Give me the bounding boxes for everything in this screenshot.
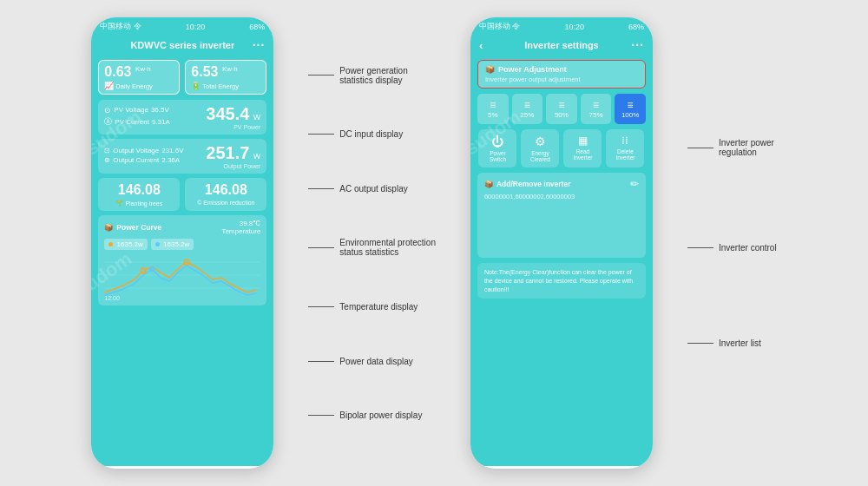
annotation-text-env: Environmental protectionstatus statistic… xyxy=(339,238,436,257)
annotation-line-power-data xyxy=(308,361,334,362)
curve-header: 📦 Power Curve 39.8℃ Temperature xyxy=(104,220,260,235)
inverter-list-card: 📦 Add/Remove inverter ✏ 60000001,6000000… xyxy=(477,173,646,258)
pv-current-row: Ⓐ PV Current 9.31A xyxy=(104,116,169,128)
power-adjustment-card: 📦 Power Adjustment Inverter power output… xyxy=(477,60,646,89)
annotation-bipolar: Bipolar power display xyxy=(308,410,436,420)
annotations-left: Power generationstatistics display DC in… xyxy=(308,35,436,451)
power-badge-1: 1635.2w xyxy=(104,239,147,250)
pct-btn-100[interactable]: ≡ 100% xyxy=(615,94,646,124)
annotation-line-inv-ctrl xyxy=(687,247,713,248)
daily-energy-value: 0.63 Kw·h xyxy=(104,64,174,80)
annotation-inv-ctrl: Inverter control xyxy=(687,243,777,253)
energy-cleared-btn[interactable]: ⚙ Energy Cleared xyxy=(521,129,559,167)
annotation-ac: AC output display xyxy=(308,184,436,194)
annotation-text-power-data: Power data display xyxy=(339,357,413,366)
total-energy-label: 🔋 Total Energy xyxy=(191,82,260,90)
annotation-env: Environmental protectionstatus statistic… xyxy=(308,238,436,257)
trees-value: 146.08 xyxy=(103,182,174,198)
settings-body: sudom 📦 Power Adjustment Inverter power … xyxy=(470,55,653,466)
inverter-ids: 60000001,60000002,60000003 xyxy=(484,193,639,200)
annotation-text-inv-ctrl: Inverter control xyxy=(719,243,777,253)
read-inverter-btn[interactable]: ▦ Read Inverter xyxy=(563,129,602,167)
power-switch-btn[interactable]: ⏻ Power Switch xyxy=(478,129,516,167)
delete-inverter-btn[interactable]: ⁞⁞ Delete Inverter xyxy=(606,129,644,167)
power-badges: 1635.2w 1635.2w xyxy=(104,239,260,250)
annotation-inv-power: Inverter powerregulation xyxy=(687,138,777,157)
annotation-temp: Temperature display xyxy=(308,302,436,312)
annotation-line-inv-list xyxy=(687,343,713,344)
carrier-left: 中国移动 令 xyxy=(100,21,141,32)
emission-card: 146.08 © Emission reduction xyxy=(185,178,266,211)
pct-btn-50[interactable]: ≡ 50% xyxy=(546,94,577,124)
battery-left: 68% xyxy=(249,23,265,31)
app-header-left: KDWVC series inverter ··· xyxy=(91,36,273,55)
chart-area: 12:00 xyxy=(104,253,260,301)
annotation-inv-list: Inverter list xyxy=(687,338,777,348)
more-menu-right[interactable]: ··· xyxy=(631,38,644,52)
daily-energy-card: 0.63 Kw·h 📈 Daily Energy xyxy=(98,60,180,95)
inverter-list-title: 📦 Add/Remove inverter xyxy=(484,180,571,188)
trees-label: 🌱 Planting trees xyxy=(103,200,174,207)
annotation-line-inv-power xyxy=(687,148,713,148)
pct-btn-5[interactable]: ≡ 5% xyxy=(477,94,509,124)
status-bar-left: 中国移动 令 10:20 68% xyxy=(91,17,273,36)
power-curve-card: 📦 Power Curve 39.8℃ Temperature 1635.2w … xyxy=(98,215,266,305)
annotation-power-gen: Power generationstatistics display xyxy=(308,66,436,85)
annotation-line-bipolar xyxy=(308,415,334,416)
temperature-display: 39.8℃ Temperature xyxy=(221,220,260,235)
output-power-label: Output Power xyxy=(206,163,260,169)
power-badge-2: 1635.2w xyxy=(151,239,194,250)
annotation-power-data: Power data display xyxy=(308,357,436,366)
output-voltage-row: ⊡ Output Voltage 231.6V xyxy=(104,147,183,154)
note-text: Note:The(Energy Clear)function can clear… xyxy=(484,268,639,293)
total-energy-value: 6.53 Kw·h xyxy=(191,64,260,80)
total-energy-card: 6.53 Kw·h 🔋 Total Energy xyxy=(185,60,266,95)
back-button[interactable]: ‹ xyxy=(479,39,483,52)
annotation-text-dc: DC input display xyxy=(339,129,403,139)
inverter-list-header: 📦 Add/Remove inverter ✏ xyxy=(484,178,639,190)
percent-buttons-row: ≡ 5% ≡ 25% ≡ 50% ≡ 75% ≡ 100% xyxy=(477,94,646,124)
pv-power-value: 345.4 W xyxy=(206,104,260,124)
ac-output-card: ⊡ Output Voltage 231.6V ⊛ Output Current… xyxy=(98,139,266,174)
app-title-left: KDWVC series inverter xyxy=(130,40,234,50)
carrier-right: 中国移动 令 xyxy=(479,21,521,32)
curve-title: 📦 Power Curve xyxy=(104,223,161,232)
note-card: Note:The(Energy Clear)function can clear… xyxy=(477,263,646,299)
emission-label: © Emission reduction xyxy=(190,200,261,206)
pv-power-label: PV Power xyxy=(206,124,260,130)
ac-left: ⊡ Output Voltage 231.6V ⊛ Output Current… xyxy=(104,147,183,166)
power-adj-title: 📦 Power Adjustment xyxy=(485,65,638,74)
power-adj-sub: Inverter power output adjustment xyxy=(485,76,638,83)
time-left: 10:20 xyxy=(186,23,206,31)
inverter-list-empty xyxy=(484,200,639,253)
ac-right: 251.7 W Output Power xyxy=(206,143,260,169)
daily-energy-label: 📈 Daily Energy xyxy=(104,82,174,90)
settings-header: ‹ Inverter settings ··· xyxy=(470,36,653,55)
energy-row: 0.63 Kw·h 📈 Daily Energy 6.53 Kw·h 🔋 Tot… xyxy=(98,60,266,95)
pv-voltage-row: ⊙ PV Voltage 36.5V xyxy=(104,106,169,115)
pct-btn-75[interactable]: ≡ 75% xyxy=(581,94,612,124)
env-row: 146.08 🌱 Planting trees 146.08 © Emissio… xyxy=(98,178,266,211)
annotation-line-ac xyxy=(308,188,334,189)
more-menu-left[interactable]: ··· xyxy=(253,38,266,52)
annotation-line-temp xyxy=(308,306,334,307)
annotation-line-dc xyxy=(308,134,334,135)
pct-btn-25[interactable]: ≡ 25% xyxy=(512,94,543,124)
dc-left: ⊙ PV Voltage 36.5V Ⓐ PV Current 9.31A xyxy=(104,106,169,129)
battery-right: 68% xyxy=(628,23,644,31)
control-buttons-row: ⏻ Power Switch ⚙ Energy Cleared ▦ Read I… xyxy=(477,129,646,167)
edit-inverter-btn[interactable]: ✏ xyxy=(630,178,639,190)
output-current-row: ⊛ Output Current 2.36A xyxy=(104,156,183,164)
dc-right: 345.4 W PV Power xyxy=(206,104,260,130)
ac-row: ⊡ Output Voltage 231.6V ⊛ Output Current… xyxy=(104,143,260,169)
power-chart-svg xyxy=(104,253,260,301)
settings-title: Inverter settings xyxy=(524,40,599,50)
left-phone: 中国移动 令 10:20 68% KDWVC series inverter ·… xyxy=(91,17,273,469)
annotation-text-inv-power: Inverter powerregulation xyxy=(719,138,774,157)
annotation-text-power-gen: Power generationstatistics display xyxy=(339,66,407,85)
dc-input-card: ⊙ PV Voltage 36.5V Ⓐ PV Current 9.31A 34… xyxy=(98,100,266,135)
annotation-text-inv-list: Inverter list xyxy=(719,338,761,348)
status-bar-right: 中国移动 令 10:20 68% xyxy=(470,17,653,36)
emission-value: 146.08 xyxy=(190,182,261,198)
time-right: 10:20 xyxy=(564,23,584,31)
